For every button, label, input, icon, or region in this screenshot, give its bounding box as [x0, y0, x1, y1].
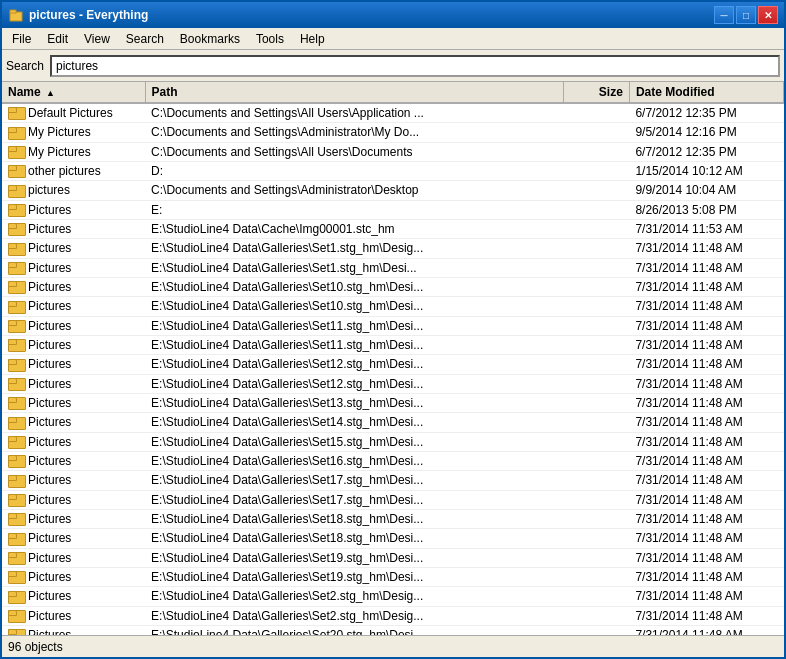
folder-icon	[8, 533, 24, 546]
menu-view[interactable]: View	[76, 28, 118, 49]
cell-size	[563, 200, 629, 219]
folder-icon	[8, 436, 24, 449]
folder-icon	[8, 552, 24, 565]
folder-icon	[8, 339, 24, 352]
menu-file[interactable]: File	[4, 28, 39, 49]
cell-size	[563, 587, 629, 606]
menu-bar: File Edit View Search Bookmarks Tools He…	[2, 28, 784, 50]
table-row[interactable]: My PicturesC:\Documents and Settings\Adm…	[2, 123, 784, 142]
search-input[interactable]	[50, 55, 780, 77]
cell-path: E:\StudioLine4 Data\Galleries\Set11.stg_…	[145, 335, 563, 354]
status-bar: 96 objects	[2, 635, 784, 657]
table-row[interactable]: PicturesE:\StudioLine4 Data\Galleries\Se…	[2, 355, 784, 374]
cell-path: E:\StudioLine4 Data\Galleries\Set12.stg_…	[145, 374, 563, 393]
cell-date: 7/31/2014 11:48 AM	[629, 432, 783, 451]
cell-name: My Pictures	[2, 142, 145, 161]
table-row[interactable]: PicturesE:\StudioLine4 Data\Galleries\Se…	[2, 258, 784, 277]
folder-icon	[8, 262, 24, 275]
table-row[interactable]: PicturesE:\StudioLine4 Data\Galleries\Se…	[2, 451, 784, 470]
cell-name: Pictures	[2, 219, 145, 238]
cell-name: Default Pictures	[2, 103, 145, 123]
table-row[interactable]: PicturesE:\StudioLine4 Data\Galleries\Se…	[2, 606, 784, 625]
cell-path: E:\StudioLine4 Data\Galleries\Set1.stg_h…	[145, 239, 563, 258]
maximize-button[interactable]: □	[736, 6, 756, 24]
table-row[interactable]: PicturesE:\StudioLine4 Data\Galleries\Se…	[2, 374, 784, 393]
table-row[interactable]: PicturesE:\StudioLine4 Data\Galleries\Se…	[2, 529, 784, 548]
cell-date: 7/31/2014 11:48 AM	[629, 625, 783, 635]
menu-bookmarks[interactable]: Bookmarks	[172, 28, 248, 49]
folder-icon	[8, 610, 24, 623]
table-row[interactable]: PicturesE:\StudioLine4 Data\Galleries\Se…	[2, 625, 784, 635]
folder-icon	[8, 629, 24, 635]
column-header-path[interactable]: Path	[145, 82, 563, 103]
cell-name: Pictures	[2, 490, 145, 509]
main-window: pictures - Everything ─ □ ✕ File Edit Vi…	[0, 0, 786, 659]
cell-date: 7/31/2014 11:48 AM	[629, 277, 783, 296]
cell-size	[563, 606, 629, 625]
table-row[interactable]: other picturesD:1/15/2014 10:12 AM	[2, 161, 784, 180]
cell-path: E:\StudioLine4 Data\Galleries\Set16.stg_…	[145, 451, 563, 470]
menu-tools[interactable]: Tools	[248, 28, 292, 49]
column-header-size[interactable]: Size	[563, 82, 629, 103]
table-body: Default PicturesC:\Documents and Setting…	[2, 103, 784, 635]
table-row[interactable]: PicturesE:\StudioLine4 Data\Galleries\Se…	[2, 509, 784, 528]
search-label: Search	[6, 59, 44, 73]
column-header-date[interactable]: Date Modified	[629, 82, 783, 103]
table-header-row: Name ▲ Path Size Date Modified	[2, 82, 784, 103]
table-row[interactable]: PicturesE:\StudioLine4 Data\Galleries\Se…	[2, 335, 784, 354]
cell-date: 7/31/2014 11:48 AM	[629, 335, 783, 354]
cell-size	[563, 258, 629, 277]
cell-size	[563, 239, 629, 258]
folder-icon	[8, 204, 24, 217]
cell-size	[563, 432, 629, 451]
cell-path: E:	[145, 200, 563, 219]
table-row[interactable]: My PicturesC:\Documents and Settings\All…	[2, 142, 784, 161]
cell-size	[563, 529, 629, 548]
cell-date: 7/31/2014 11:48 AM	[629, 297, 783, 316]
table-row[interactable]: Default PicturesC:\Documents and Setting…	[2, 103, 784, 123]
cell-name: Pictures	[2, 529, 145, 548]
folder-icon	[8, 475, 24, 488]
toolbar: Search	[2, 50, 784, 82]
cell-date: 7/31/2014 11:48 AM	[629, 509, 783, 528]
table-row[interactable]: PicturesE:\StudioLine4 Data\Galleries\Se…	[2, 548, 784, 567]
menu-edit[interactable]: Edit	[39, 28, 76, 49]
table-row[interactable]: PicturesE:\StudioLine4 Data\Cache\Img000…	[2, 219, 784, 238]
menu-help[interactable]: Help	[292, 28, 333, 49]
table-row[interactable]: PicturesE:\StudioLine4 Data\Galleries\Se…	[2, 316, 784, 335]
folder-icon	[8, 591, 24, 604]
table-row[interactable]: PicturesE:\StudioLine4 Data\Galleries\Se…	[2, 490, 784, 509]
column-header-name[interactable]: Name ▲	[2, 82, 145, 103]
table-row[interactable]: PicturesE:\StudioLine4 Data\Galleries\Se…	[2, 432, 784, 451]
cell-name: Pictures	[2, 548, 145, 567]
table-row[interactable]: PicturesE:\StudioLine4 Data\Galleries\Se…	[2, 239, 784, 258]
table-row[interactable]: PicturesE:\StudioLine4 Data\Galleries\Se…	[2, 277, 784, 296]
cell-path: E:\StudioLine4 Data\Galleries\Set17.stg_…	[145, 490, 563, 509]
folder-icon	[8, 223, 24, 236]
table-row[interactable]: PicturesE:\StudioLine4 Data\Galleries\Se…	[2, 587, 784, 606]
table-row[interactable]: PicturesE:\StudioLine4 Data\Galleries\Se…	[2, 393, 784, 412]
table-row[interactable]: PicturesE:8/26/2013 5:08 PM	[2, 200, 784, 219]
cell-path: E:\StudioLine4 Data\Cache\Img00001.stc_h…	[145, 219, 563, 238]
table-row[interactable]: PicturesE:\StudioLine4 Data\Galleries\Se…	[2, 413, 784, 432]
cell-date: 7/31/2014 11:48 AM	[629, 606, 783, 625]
cell-name: My Pictures	[2, 123, 145, 142]
table-row[interactable]: PicturesE:\StudioLine4 Data\Galleries\Se…	[2, 567, 784, 586]
cell-path: C:\Documents and Settings\Administrator\…	[145, 181, 563, 200]
folder-icon	[8, 571, 24, 584]
menu-search[interactable]: Search	[118, 28, 172, 49]
table-row[interactable]: picturesC:\Documents and Settings\Admini…	[2, 181, 784, 200]
minimize-button[interactable]: ─	[714, 6, 734, 24]
cell-path: E:\StudioLine4 Data\Galleries\Set19.stg_…	[145, 548, 563, 567]
cell-size	[563, 471, 629, 490]
folder-icon	[8, 494, 24, 507]
table-row[interactable]: PicturesE:\StudioLine4 Data\Galleries\Se…	[2, 297, 784, 316]
cell-size	[563, 355, 629, 374]
folder-icon	[8, 243, 24, 256]
folder-icon	[8, 107, 24, 120]
cell-date: 7/31/2014 11:48 AM	[629, 393, 783, 412]
results-table: Name ▲ Path Size Date Modified Default P…	[2, 82, 784, 635]
table-row[interactable]: PicturesE:\StudioLine4 Data\Galleries\Se…	[2, 471, 784, 490]
cell-size	[563, 451, 629, 470]
close-button[interactable]: ✕	[758, 6, 778, 24]
